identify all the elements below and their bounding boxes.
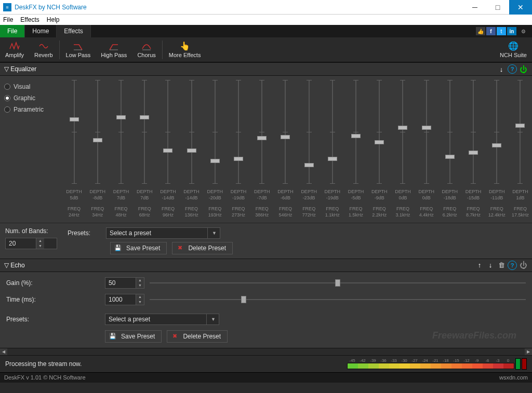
- spin-down-icon[interactable]: ▼: [136, 300, 144, 305]
- spin-down-icon[interactable]: ▼: [136, 283, 144, 288]
- echo-save-preset-button[interactable]: 💾Save Preset: [105, 330, 162, 343]
- eq-band-slider[interactable]: [227, 80, 250, 187]
- echo-delete-preset-button[interactable]: ✖Delete Preset: [167, 330, 228, 343]
- freq-label: FREQ2.2kHz: [368, 206, 391, 218]
- footer-right: wsxdn.com: [499, 374, 528, 381]
- spin-up-icon[interactable]: ▲: [36, 238, 44, 243]
- more-effects-button[interactable]: 👆 More Effects: [164, 37, 206, 62]
- spin-down-icon[interactable]: ▼: [36, 243, 44, 249]
- nch-suite-button[interactable]: 🌐 NCH Suite: [495, 37, 532, 62]
- spin-up-icon[interactable]: ▲: [136, 278, 144, 283]
- twitter-icon[interactable]: t: [497, 27, 506, 35]
- move-down-icon[interactable]: ↓: [497, 64, 506, 74]
- facebook-icon[interactable]: f: [486, 27, 496, 35]
- num-bands-label: Num. of Bands:: [5, 227, 57, 235]
- eq-delete-preset-button[interactable]: ✖Delete Preset: [172, 242, 233, 254]
- globe-icon: 🌐: [508, 41, 518, 51]
- chorus-button[interactable]: Chorus: [132, 37, 161, 62]
- version-text: DeskFX v 1.01 © NCH Software: [4, 374, 86, 381]
- spin-up-icon[interactable]: ▲: [136, 294, 144, 300]
- depth-label: DEPTH-8dB: [86, 189, 109, 201]
- freq-label: FREQ273Hz: [227, 206, 250, 218]
- move-down-icon[interactable]: ↓: [486, 261, 495, 270]
- time-slider[interactable]: [150, 295, 526, 304]
- linkedin-icon[interactable]: in: [507, 27, 516, 35]
- echo-title[interactable]: ▽ Echo: [4, 262, 25, 269]
- lowpass-button[interactable]: Low Pass: [61, 37, 96, 62]
- eq-band-slider[interactable]: [250, 80, 274, 187]
- amplify-button[interactable]: Amplify: [0, 37, 29, 62]
- help-icon[interactable]: ?: [508, 64, 517, 74]
- eq-band-slider[interactable]: [344, 80, 367, 187]
- scroll-right-icon[interactable]: ▶: [525, 348, 532, 355]
- eq-band-slider[interactable]: [109, 80, 132, 187]
- freq-label: FREQ546Hz: [274, 206, 297, 218]
- eq-band-slider[interactable]: [203, 80, 227, 187]
- freq-label: FREQ1.1kHz: [321, 206, 344, 218]
- amplify-icon: [9, 42, 20, 51]
- eq-band-slider[interactable]: [368, 80, 391, 187]
- eq-band-slider[interactable]: [156, 80, 180, 187]
- meter-led-red: [522, 358, 527, 370]
- power-icon[interactable]: ⏻: [518, 64, 528, 74]
- eq-band-slider[interactable]: [485, 80, 509, 187]
- close-button[interactable]: ✕: [509, 0, 532, 15]
- mode-graphic[interactable]: Graphic: [4, 92, 58, 104]
- eq-save-preset-button[interactable]: 💾Save Preset: [110, 242, 167, 254]
- tab-file[interactable]: File: [0, 25, 25, 37]
- tabbar: File Home Effects 👍 f t in ⚙: [0, 25, 532, 37]
- equalizer-title[interactable]: ▽ Equalizer: [4, 65, 36, 73]
- move-up-icon[interactable]: ↑: [475, 261, 484, 270]
- power-icon[interactable]: ⏻: [518, 261, 528, 270]
- depth-label: DEPTH-19dB: [227, 189, 250, 201]
- freq-label: FREQ17.5kHz: [509, 206, 532, 218]
- eq-sliders: DEPTH5dBDEPTH-8dBDEPTH7dBDEPTH7dBDEPTH-1…: [62, 76, 532, 223]
- eq-band-slider[interactable]: [180, 80, 203, 187]
- time-input[interactable]: ▲▼: [105, 294, 144, 305]
- eq-band-slider[interactable]: [391, 80, 415, 187]
- eq-preset-select[interactable]: Select a preset ▼: [106, 227, 220, 239]
- time-label: Time (ms):: [6, 296, 105, 303]
- mode-visual[interactable]: Visual: [4, 81, 58, 92]
- highpass-button[interactable]: High Pass: [96, 37, 132, 62]
- depth-label: DEPTH-9dB: [368, 189, 391, 201]
- gain-slider[interactable]: [150, 279, 526, 287]
- eq-band-slider[interactable]: [274, 80, 297, 187]
- settings-icon[interactable]: ⚙: [517, 27, 529, 35]
- like-icon[interactable]: 👍: [476, 27, 485, 35]
- depth-label: DEPTH-20dB: [203, 189, 227, 201]
- depth-label: DEPTH-7dB: [250, 189, 274, 201]
- menu-help[interactable]: Help: [47, 16, 60, 23]
- eq-band-slider[interactable]: [438, 80, 461, 187]
- help-icon[interactable]: ?: [508, 261, 517, 270]
- eq-band-slider[interactable]: [509, 80, 532, 187]
- chorus-icon: [141, 42, 152, 51]
- tab-effects[interactable]: Effects: [57, 25, 90, 37]
- trash-icon[interactable]: 🗑: [497, 261, 506, 270]
- eq-band-slider[interactable]: [133, 80, 156, 187]
- minimize-button[interactable]: ─: [463, 0, 486, 15]
- horizontal-scrollbar[interactable]: ◀ ▶: [0, 348, 532, 355]
- eq-band-slider[interactable]: [62, 80, 86, 187]
- eq-band-slider[interactable]: [461, 80, 485, 187]
- mode-parametric[interactable]: Parametric: [4, 104, 58, 115]
- equalizer-header: ▽ Equalizer ↓ ? ⏻: [0, 62, 532, 76]
- freq-label: FREQ4.4kHz: [415, 206, 438, 218]
- depth-label: DEPTH7dB: [133, 189, 156, 201]
- reverb-button[interactable]: Reverb: [29, 37, 58, 62]
- menu-effects[interactable]: Effects: [20, 16, 39, 23]
- eq-band-slider[interactable]: [415, 80, 438, 187]
- titlebar: ≡ DeskFX by NCH Software ─ □ ✕: [0, 0, 532, 15]
- maximize-button[interactable]: □: [486, 0, 509, 15]
- eq-band-slider[interactable]: [86, 80, 109, 187]
- scroll-left-icon[interactable]: ◀: [0, 348, 7, 355]
- eq-band-slider[interactable]: [321, 80, 344, 187]
- echo-preset-select[interactable]: Select a preset ▼: [105, 314, 219, 325]
- eq-band-slider[interactable]: [297, 80, 321, 187]
- freq-label: FREQ136Hz: [180, 206, 203, 218]
- menu-file[interactable]: File: [3, 16, 13, 23]
- num-bands-input[interactable]: ▲▼: [5, 238, 57, 249]
- window-title: DeskFX by NCH Software: [15, 4, 463, 11]
- tab-home[interactable]: Home: [25, 25, 57, 37]
- gain-input[interactable]: ▲▼: [105, 277, 144, 289]
